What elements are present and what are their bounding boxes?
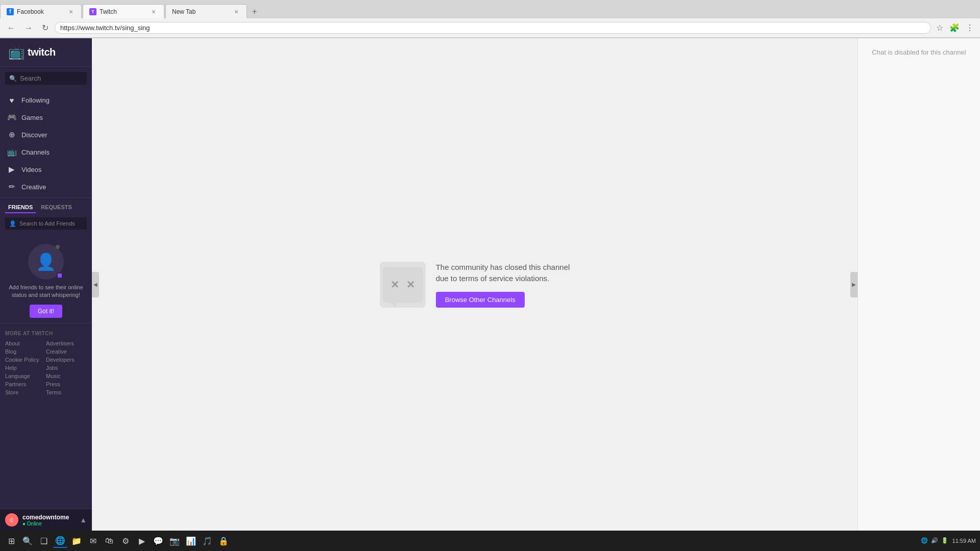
address-bar[interactable]: https://www.twitch.tv/sing_sing [55, 22, 931, 34]
tab-facebook[interactable]: f Facebook × [0, 4, 82, 18]
taskbar-task-view[interactable]: ❑ [37, 534, 51, 548]
orbit-dot [56, 245, 60, 249]
taskbar-chrome-icon[interactable]: 🌐 [53, 534, 67, 548]
tab-facebook-title: Facebook [17, 8, 64, 15]
footer-link-press[interactable]: Press [46, 381, 87, 387]
reload-button[interactable]: ↻ [39, 22, 52, 34]
friends-search-icon: 👤 [9, 220, 16, 227]
sidebar-item-label-videos: Videos [21, 166, 42, 173]
footer-link-cookie[interactable]: Cookie Policy [5, 357, 46, 363]
sidebar-item-discover[interactable]: ⊕ Discover [0, 126, 92, 143]
taskbar-misc3-icon[interactable]: 📷 [167, 534, 182, 548]
friends-search-input[interactable] [19, 220, 83, 227]
username-label: comedowntome [22, 514, 69, 521]
tab-newtab-title: New Tab [172, 8, 229, 15]
taskbar-battery-icon: 🔋 [941, 537, 948, 544]
taskbar-mail-icon[interactable]: ✉ [86, 534, 100, 548]
channel-closed-container: ✕ ✕ The community has closed this channe… [92, 38, 857, 531]
search-bar-wrapper: 🔍 [0, 67, 92, 90]
facebook-favicon: f [7, 8, 14, 15]
tab-twitch[interactable]: T Twitch × [83, 4, 164, 18]
taskbar-sys-icons: 🌐 🔊 🔋 [921, 537, 948, 544]
footer-link-advertisers[interactable]: Advertisers [46, 340, 87, 346]
new-tab-button[interactable]: + [248, 5, 261, 18]
footer-link-about[interactable]: About [5, 340, 46, 346]
channel-closed-box: ✕ ✕ The community has closed this channe… [380, 262, 570, 308]
footer-col-2: Advertisers Creative Developers Jobs Mus… [46, 340, 87, 395]
friends-search-wrap: 👤 [5, 217, 87, 230]
menu-icon[interactable]: ⋮ [964, 22, 976, 34]
tab-newtab-close[interactable]: × [232, 8, 240, 16]
bookmark-icon[interactable]: ☆ [934, 22, 945, 34]
browse-other-channels-button[interactable]: Browse Other Channels [436, 292, 525, 308]
taskbar-right: 🌐 🔊 🔋 11:59 AM [921, 537, 976, 544]
footer-link-terms[interactable]: Terms [46, 389, 87, 395]
tab-twitch-close[interactable]: × [150, 8, 158, 16]
collapse-right-button[interactable]: ▶ [850, 272, 857, 297]
sidebar-item-creative[interactable]: ✏ Creative [0, 178, 92, 195]
games-icon: 🎮 [7, 113, 16, 122]
taskbar-misc5-icon[interactable]: 🎵 [200, 534, 214, 548]
taskbar-misc2-icon[interactable]: 💬 [151, 534, 165, 548]
sidebar-item-games[interactable]: 🎮 Games [0, 109, 92, 126]
footer-link-help[interactable]: Help [5, 365, 46, 371]
footer-link-language[interactable]: Language [5, 373, 46, 379]
closed-message: The community has closed this channel du… [436, 262, 570, 285]
friends-section: FRIENDS REQUESTS 👤 👤 Add friends to see … [0, 197, 92, 323]
sidebar-item-label-following: Following [21, 96, 50, 104]
taskbar-explorer-icon[interactable]: 📁 [69, 534, 84, 548]
avatar-circle: 👤 [28, 244, 64, 280]
user-info: c comedowntome ● Online [5, 513, 69, 527]
banned-channel-icon: ✕ ✕ [380, 262, 426, 308]
footer-link-developers[interactable]: Developers [46, 357, 87, 363]
left-x-eye: ✕ [390, 279, 399, 291]
logo-label: twitch [28, 46, 56, 58]
taskbar-volume-icon: 🔊 [931, 537, 938, 544]
friends-tab-requests[interactable]: REQUESTS [38, 202, 75, 213]
footer-link-creative[interactable]: Creative [46, 348, 87, 355]
taskbar-settings-icon[interactable]: ⚙ [118, 534, 133, 548]
footer-link-blog[interactable]: Blog [5, 348, 46, 355]
avatar-status-dot [57, 272, 63, 279]
nav-items: ♥ Following 🎮 Games ⊕ Discover 📺 Channel… [0, 90, 92, 197]
sidebar-item-videos[interactable]: ▶ Videos [0, 161, 92, 178]
user-name-status: comedowntome ● Online [22, 514, 69, 527]
footer-link-store[interactable]: Store [5, 389, 46, 395]
taskbar-misc6-icon[interactable]: 🔒 [216, 534, 231, 548]
footer-link-music[interactable]: Music [46, 373, 87, 379]
extensions-icon[interactable]: 🧩 [947, 22, 962, 34]
taskbar-search-button[interactable]: 🔍 [20, 534, 35, 548]
taskbar-store-icon[interactable]: 🛍 [102, 534, 116, 548]
tab-facebook-close[interactable]: × [67, 8, 75, 16]
taskbar-misc4-icon[interactable]: 📊 [184, 534, 198, 548]
back-button[interactable]: ← [4, 22, 18, 34]
sidebar: 📺 twitch 🔍 ♥ Following 🎮 Games ⊕ Discove… [0, 38, 92, 531]
more-label: MORE AT TWITCH [5, 331, 87, 336]
sidebar-item-following[interactable]: ♥ Following [0, 92, 92, 109]
search-icon: 🔍 [9, 75, 17, 82]
twitch-logo: 📺 twitch [8, 44, 84, 60]
friend-illustration: 👤 Add friends to see their online status… [0, 234, 92, 323]
taskbar-network-icon: 🌐 [921, 537, 928, 544]
videos-icon: ▶ [7, 165, 16, 174]
got-it-button[interactable]: Got it! [30, 305, 62, 318]
user-chevron-icon[interactable]: ▲ [80, 516, 87, 524]
channels-icon: 📺 [7, 147, 16, 157]
taskbar-misc1-icon[interactable]: ▶ [135, 534, 149, 548]
closed-message-line1: The community has closed this channel [436, 263, 570, 271]
url-text: https://www.twitch.tv/sing_sing [60, 24, 925, 32]
footer-link-partners[interactable]: Partners [5, 381, 46, 387]
closed-message-line2: due to terms of service violations. [436, 274, 550, 283]
sidebar-item-channels[interactable]: 📺 Channels [0, 143, 92, 161]
friends-tab-friends[interactable]: FRIENDS [5, 202, 36, 213]
discover-icon: ⊕ [7, 130, 16, 139]
search-input[interactable] [20, 74, 83, 82]
forward-button[interactable]: → [21, 22, 36, 34]
taskbar-start-button[interactable]: ⊞ [4, 534, 18, 548]
friends-search-wrapper: 👤 [0, 213, 92, 234]
sidebar-logo: 📺 twitch [0, 38, 92, 67]
footer-link-jobs[interactable]: Jobs [46, 365, 87, 371]
tab-newtab[interactable]: New Tab × [165, 4, 247, 18]
collapse-left-button[interactable]: ◀ [92, 272, 99, 297]
sidebar-item-label-channels: Channels [21, 148, 50, 156]
